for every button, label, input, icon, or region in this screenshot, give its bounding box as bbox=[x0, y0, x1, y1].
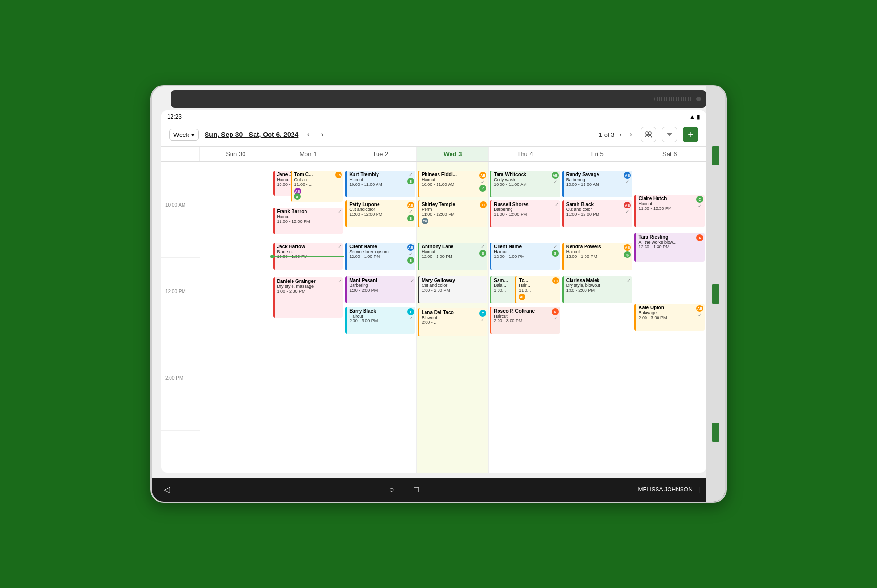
back-button[interactable]: ◁ bbox=[163, 484, 170, 495]
user-name: MELISSA JOHNSON bbox=[638, 486, 693, 493]
speaker-grille bbox=[654, 97, 693, 101]
day-col-mon: Jane J... Haircut 10:00 - ... ✓ $ +5 Tom… bbox=[272, 162, 345, 473]
check-icon: ✓ bbox=[627, 278, 631, 283]
check-icon: ✓ bbox=[698, 203, 702, 208]
appt-mary-galloway[interactable]: Mary Galloway Cut and color 1:00 - 2:00 … bbox=[418, 276, 488, 303]
camera-bar bbox=[171, 90, 706, 108]
appt-name: Tara Whitcock bbox=[494, 172, 558, 177]
appt-name: Kurt Trembly bbox=[349, 172, 413, 177]
svg-point-1 bbox=[648, 132, 651, 135]
appt-service: Perm bbox=[422, 207, 486, 212]
appt-time: 12:00 - 1:00 PM bbox=[566, 254, 630, 259]
dollar-icon: $ bbox=[407, 178, 414, 184]
appt-icons: AB ✓ bbox=[552, 172, 559, 184]
appt-phineas-fiddl[interactable]: Phineas Fiddl... Haircut 10:00 - 11:00 A… bbox=[418, 171, 488, 197]
chevron-down-icon: ▾ bbox=[191, 131, 195, 138]
appt-clarissa-malek[interactable]: Clarissa Malek Dry style, blowout 1:00 -… bbox=[562, 276, 633, 303]
appt-time: 2:00 - 3:00 PM bbox=[349, 318, 413, 323]
appt-name: Lana Del Taco bbox=[422, 310, 486, 315]
dollar-icon: $ bbox=[407, 215, 414, 221]
appt-sarah-black[interactable]: Sarah Black Cut and color 11:00 - 12:00 … bbox=[562, 200, 633, 227]
check-icon: ✓ bbox=[555, 202, 559, 207]
side-button-middle[interactable] bbox=[712, 284, 719, 304]
appt-time: 1:00 - 2:00 PM bbox=[422, 288, 486, 293]
appt-icons: ✓ bbox=[338, 209, 341, 214]
col-fri: Fri 5 bbox=[561, 147, 634, 161]
appt-service: All the works blow... bbox=[638, 240, 702, 245]
appt-name: Randy Savage bbox=[566, 172, 630, 177]
home-button[interactable]: ○ bbox=[389, 485, 394, 495]
avatar: AB bbox=[624, 244, 631, 251]
appt-tara-riesling[interactable]: Tara Riesling All the works blow... 12:3… bbox=[634, 233, 705, 262]
date-range[interactable]: Sun, Sep 30 - Sat, Oct 6, 2024 bbox=[205, 131, 298, 138]
appt-icons: ✓ $ bbox=[552, 244, 559, 257]
appt-claire-hutch[interactable]: Claire Hutch Haircut 11:30 - 12:30 PM C … bbox=[634, 195, 705, 227]
appt-barry-black[interactable]: Barry Black Haircut 2:00 - 3:00 PM T ✓ bbox=[345, 307, 415, 334]
appt-lana-del-taco[interactable]: Lana Del Taco Blowout 2:00 - ... T ✓ bbox=[418, 308, 488, 336]
appt-service: Dry style, massage bbox=[277, 284, 341, 289]
appt-russell-shores[interactable]: Russell Shores Barbering 11:00 - 12:00 P… bbox=[490, 200, 560, 227]
appt-icons: AB ✓ ✓ bbox=[479, 172, 486, 192]
pagination-text: 1 of 3 bbox=[599, 131, 615, 138]
check-icon: ✓ bbox=[410, 278, 414, 283]
appt-client-name-tue[interactable]: Client Name Service lorem ipsum 12:00 - … bbox=[345, 243, 415, 270]
appt-mani-pasani[interactable]: Mani Pasani Barbering 1:00 - 2:00 PM ✓ bbox=[345, 276, 415, 303]
appt-tara-whitcock[interactable]: Tara Whitcock Curly wash 10:00 - 11:00 A… bbox=[490, 171, 560, 197]
prev-staff-button[interactable]: ‹ bbox=[616, 129, 624, 140]
appt-time: 10:00 - 11:00 AM bbox=[494, 182, 558, 187]
recent-apps-button[interactable]: □ bbox=[414, 485, 419, 495]
appt-service: Haircut bbox=[494, 249, 558, 254]
check-icon: ✓ bbox=[698, 312, 702, 318]
check-icon: ✓ bbox=[338, 279, 341, 284]
next-week-button[interactable]: › bbox=[318, 129, 327, 140]
appt-icons: T ✓ bbox=[407, 308, 414, 321]
appt-icons: ✓ bbox=[555, 202, 559, 207]
avatar: R bbox=[552, 308, 559, 315]
appt-icons: AB ✓ $ bbox=[407, 244, 414, 264]
appt-name: Mani Pasani bbox=[349, 278, 413, 283]
time-10am: 10:00 AM bbox=[161, 200, 200, 258]
appt-anthony-lane[interactable]: Anthony Lane Haircut 12:00 - 1:00 PM ✓ $ bbox=[418, 243, 488, 270]
appt-tom-c[interactable]: +5 Tom C... Cut an... 11:00 - ... AB $ bbox=[291, 171, 343, 202]
filter-button[interactable] bbox=[662, 127, 677, 142]
appt-kurt-trembly[interactable]: Kurt Trembly Haircut 10:00 - 11:00 AM ✓ … bbox=[345, 171, 415, 197]
appt-randy-savage[interactable]: Randy Savage Barbering 10:00 - 11:00 AM … bbox=[562, 171, 633, 197]
check-icon: ✓ bbox=[553, 179, 557, 184]
check-icon: ✓ bbox=[338, 209, 341, 214]
view-select[interactable]: Week ▾ bbox=[169, 129, 199, 141]
appt-frank-barron[interactable]: Frank Barron Haircut 11:00 - 12:00 PM ✓ bbox=[273, 208, 343, 234]
side-button-bottom[interactable] bbox=[712, 423, 719, 442]
calendar-body: 10:00 AM 12:00 PM 2:00 PM bbox=[161, 162, 706, 473]
avatar: AB bbox=[696, 305, 703, 312]
appt-patty-lupone[interactable]: Patty Lupone Cut and color 11:00 - 12:00… bbox=[345, 200, 415, 227]
appt-time: 1:00 - 2:00 PM bbox=[349, 288, 413, 293]
day-col-tue: Kurt Trembly Haircut 10:00 - 11:00 AM ✓ … bbox=[344, 162, 417, 473]
appt-name: To... bbox=[519, 278, 558, 283]
appt-service: Haircut bbox=[422, 177, 486, 182]
dollar-icon: $ bbox=[624, 251, 631, 258]
appt-time: 11:00 - 12:00 PM bbox=[277, 219, 341, 224]
appt-rosco-coltrane[interactable]: Rosco P. Coltrane Haircut 2:00 - 3:00 PM… bbox=[490, 307, 560, 334]
appt-kate-upton[interactable]: Kate Upton Balayage 2:00 - 3:00 PM AB ✓ bbox=[634, 304, 705, 331]
appt-time: 1:00 - 2:30 PM bbox=[277, 289, 341, 294]
check-icon: ✓ bbox=[338, 244, 341, 249]
prev-week-button[interactable]: ‹ bbox=[304, 129, 312, 140]
appt-time: 2:00 - 3:00 PM bbox=[494, 318, 558, 323]
next-staff-button[interactable]: › bbox=[627, 129, 635, 140]
add-appointment-button[interactable]: + bbox=[683, 127, 698, 142]
appt-daniele-grainger[interactable]: Daniele Grainger Dry style, massage 1:00… bbox=[273, 277, 343, 318]
appt-service: Cut and color bbox=[566, 207, 630, 212]
side-button-top[interactable] bbox=[712, 146, 719, 165]
appt-time: 11:30 - 12:30 PM bbox=[638, 206, 702, 211]
now-line bbox=[272, 256, 344, 257]
check-icon: ✓ bbox=[409, 172, 413, 177]
appt-shirley-temple[interactable]: +7 Shirley Temple Perm 11:00 - 12:00 PM … bbox=[418, 200, 488, 227]
avatar: AB bbox=[552, 172, 559, 179]
staff-view-button[interactable] bbox=[641, 127, 656, 142]
appt-name: Claire Hutch bbox=[638, 196, 702, 201]
appt-client-name-thu[interactable]: Client Name Haircut 12:00 - 1:00 PM ✓ $ bbox=[490, 243, 560, 270]
check-icon: ✓ bbox=[553, 316, 557, 321]
appt-kendra-powers[interactable]: Kendra Powers Haircut 12:00 - 1:00 PM AB… bbox=[562, 243, 633, 270]
appt-icons: ✓ bbox=[627, 278, 631, 283]
appt-to[interactable]: +3 To... Hair... 11:0... AB bbox=[515, 276, 560, 303]
